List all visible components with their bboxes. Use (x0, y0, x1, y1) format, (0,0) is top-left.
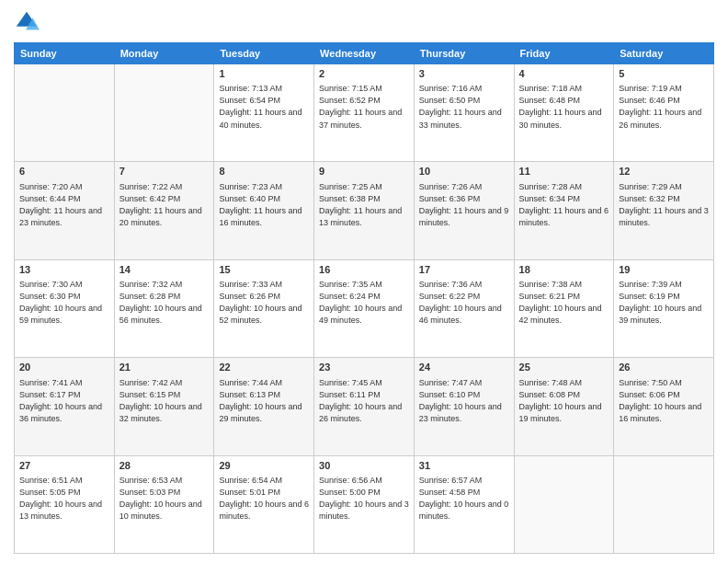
day-cell: 16Sunrise: 7:35 AM Sunset: 6:24 PM Dayli… (314, 259, 415, 357)
week-row-5: 27Sunrise: 6:51 AM Sunset: 5:05 PM Dayli… (15, 455, 714, 553)
day-cell: 11Sunrise: 7:28 AM Sunset: 6:34 PM Dayli… (514, 162, 614, 259)
day-cell: 27Sunrise: 6:51 AM Sunset: 5:05 PM Dayli… (15, 455, 115, 553)
day-cell: 24Sunrise: 7:47 AM Sunset: 6:10 PM Dayli… (414, 358, 514, 455)
day-number: 19 (619, 263, 709, 277)
week-row-3: 13Sunrise: 7:30 AM Sunset: 6:30 PM Dayli… (15, 259, 714, 357)
day-number: 11 (519, 165, 609, 178)
day-number: 17 (419, 263, 509, 277)
day-cell: 21Sunrise: 7:42 AM Sunset: 6:15 PM Dayli… (114, 358, 214, 455)
day-info: Sunrise: 7:45 AM Sunset: 6:11 PM Dayligh… (319, 377, 409, 425)
day-info: Sunrise: 7:29 AM Sunset: 6:32 PM Dayligh… (619, 181, 709, 229)
day-number: 4 (519, 67, 609, 81)
week-row-2: 6Sunrise: 7:20 AM Sunset: 6:44 PM Daylig… (15, 162, 714, 259)
day-number: 13 (19, 263, 109, 277)
day-cell: 15Sunrise: 7:33 AM Sunset: 6:26 PM Dayli… (214, 259, 314, 357)
day-number: 30 (319, 459, 409, 473)
calendar-body: 1Sunrise: 7:13 AM Sunset: 6:54 PM Daylig… (15, 64, 714, 554)
day-info: Sunrise: 7:39 AM Sunset: 6:19 PM Dayligh… (619, 279, 709, 327)
day-number: 3 (419, 67, 509, 81)
page: SundayMondayTuesdayWednesdayThursdayFrid… (0, 0, 728, 563)
logo-icon (14, 9, 40, 35)
day-cell: 4Sunrise: 7:18 AM Sunset: 6:48 PM Daylig… (514, 64, 614, 162)
day-info: Sunrise: 7:44 AM Sunset: 6:13 PM Dayligh… (219, 377, 309, 425)
day-cell (15, 64, 115, 162)
day-cell: 13Sunrise: 7:30 AM Sunset: 6:30 PM Dayli… (15, 259, 115, 357)
col-header-tuesday: Tuesday (214, 43, 314, 64)
day-cell: 9Sunrise: 7:25 AM Sunset: 6:38 PM Daylig… (314, 162, 415, 259)
day-cell: 6Sunrise: 7:20 AM Sunset: 6:44 PM Daylig… (15, 162, 115, 259)
calendar-table: SundayMondayTuesdayWednesdayThursdayFrid… (14, 42, 714, 554)
day-cell: 1Sunrise: 7:13 AM Sunset: 6:54 PM Daylig… (214, 64, 314, 162)
day-number: 14 (119, 263, 210, 277)
day-number: 15 (219, 263, 309, 277)
day-cell: 17Sunrise: 7:36 AM Sunset: 6:22 PM Dayli… (414, 259, 514, 357)
day-cell: 25Sunrise: 7:48 AM Sunset: 6:08 PM Dayli… (514, 358, 614, 455)
day-cell: 26Sunrise: 7:50 AM Sunset: 6:06 PM Dayli… (614, 358, 714, 455)
calendar-header-row: SundayMondayTuesdayWednesdayThursdayFrid… (15, 43, 714, 64)
day-number: 8 (219, 165, 309, 178)
col-header-sunday: Sunday (15, 43, 115, 64)
day-cell: 23Sunrise: 7:45 AM Sunset: 6:11 PM Dayli… (314, 358, 415, 455)
day-number: 9 (319, 165, 409, 178)
day-number: 18 (519, 263, 609, 277)
day-number: 23 (319, 361, 409, 374)
day-cell: 28Sunrise: 6:53 AM Sunset: 5:03 PM Dayli… (114, 455, 214, 553)
col-header-monday: Monday (114, 43, 214, 64)
day-info: Sunrise: 7:48 AM Sunset: 6:08 PM Dayligh… (519, 377, 609, 425)
day-info: Sunrise: 7:42 AM Sunset: 6:15 PM Dayligh… (119, 377, 210, 425)
day-cell: 20Sunrise: 7:41 AM Sunset: 6:17 PM Dayli… (15, 358, 115, 455)
day-cell: 7Sunrise: 7:22 AM Sunset: 6:42 PM Daylig… (114, 162, 214, 259)
day-number: 31 (419, 459, 509, 473)
day-number: 16 (319, 263, 409, 277)
day-info: Sunrise: 6:56 AM Sunset: 5:00 PM Dayligh… (319, 475, 409, 523)
day-info: Sunrise: 7:18 AM Sunset: 6:48 PM Dayligh… (519, 83, 609, 131)
week-row-1: 1Sunrise: 7:13 AM Sunset: 6:54 PM Daylig… (15, 64, 714, 162)
day-info: Sunrise: 7:13 AM Sunset: 6:54 PM Dayligh… (219, 83, 309, 131)
day-info: Sunrise: 7:50 AM Sunset: 6:06 PM Dayligh… (619, 377, 709, 425)
day-number: 1 (219, 67, 309, 81)
day-number: 21 (119, 361, 210, 374)
day-cell: 12Sunrise: 7:29 AM Sunset: 6:32 PM Dayli… (614, 162, 714, 259)
col-header-friday: Friday (514, 43, 614, 64)
day-info: Sunrise: 6:53 AM Sunset: 5:03 PM Dayligh… (119, 475, 210, 523)
day-info: Sunrise: 7:23 AM Sunset: 6:40 PM Dayligh… (219, 181, 309, 229)
day-number: 20 (19, 361, 109, 374)
day-info: Sunrise: 7:32 AM Sunset: 6:28 PM Dayligh… (119, 279, 210, 327)
day-cell: 31Sunrise: 6:57 AM Sunset: 4:58 PM Dayli… (414, 455, 514, 553)
day-cell (514, 455, 614, 553)
day-info: Sunrise: 7:25 AM Sunset: 6:38 PM Dayligh… (319, 181, 409, 229)
day-info: Sunrise: 6:57 AM Sunset: 4:58 PM Dayligh… (419, 475, 509, 523)
day-cell: 5Sunrise: 7:19 AM Sunset: 6:46 PM Daylig… (614, 64, 714, 162)
day-cell: 14Sunrise: 7:32 AM Sunset: 6:28 PM Dayli… (114, 259, 214, 357)
day-info: Sunrise: 7:20 AM Sunset: 6:44 PM Dayligh… (19, 181, 109, 229)
day-info: Sunrise: 7:30 AM Sunset: 6:30 PM Dayligh… (19, 279, 109, 327)
day-info: Sunrise: 7:41 AM Sunset: 6:17 PM Dayligh… (19, 377, 109, 425)
day-info: Sunrise: 7:33 AM Sunset: 6:26 PM Dayligh… (219, 279, 309, 327)
day-number: 29 (219, 459, 309, 473)
header (14, 9, 714, 35)
day-cell: 2Sunrise: 7:15 AM Sunset: 6:52 PM Daylig… (314, 64, 415, 162)
day-info: Sunrise: 7:19 AM Sunset: 6:46 PM Dayligh… (619, 83, 709, 131)
day-info: Sunrise: 7:22 AM Sunset: 6:42 PM Dayligh… (119, 181, 210, 229)
day-number: 22 (219, 361, 309, 374)
day-number: 12 (619, 165, 709, 178)
day-cell: 8Sunrise: 7:23 AM Sunset: 6:40 PM Daylig… (214, 162, 314, 259)
day-info: Sunrise: 7:38 AM Sunset: 6:21 PM Dayligh… (519, 279, 609, 327)
day-number: 10 (419, 165, 509, 178)
day-number: 5 (619, 67, 709, 81)
day-info: Sunrise: 6:54 AM Sunset: 5:01 PM Dayligh… (219, 475, 309, 523)
day-info: Sunrise: 7:36 AM Sunset: 6:22 PM Dayligh… (419, 279, 509, 327)
col-header-wednesday: Wednesday (314, 43, 415, 64)
day-number: 27 (19, 459, 109, 473)
day-info: Sunrise: 7:47 AM Sunset: 6:10 PM Dayligh… (419, 377, 509, 425)
logo (14, 9, 43, 35)
day-info: Sunrise: 6:51 AM Sunset: 5:05 PM Dayligh… (19, 475, 109, 523)
day-cell: 19Sunrise: 7:39 AM Sunset: 6:19 PM Dayli… (614, 259, 714, 357)
col-header-saturday: Saturday (614, 43, 714, 64)
day-info: Sunrise: 7:26 AM Sunset: 6:36 PM Dayligh… (419, 181, 509, 229)
day-cell (114, 64, 214, 162)
day-number: 25 (519, 361, 609, 374)
day-number: 28 (119, 459, 210, 473)
day-number: 26 (619, 361, 709, 374)
day-cell: 10Sunrise: 7:26 AM Sunset: 6:36 PM Dayli… (414, 162, 514, 259)
